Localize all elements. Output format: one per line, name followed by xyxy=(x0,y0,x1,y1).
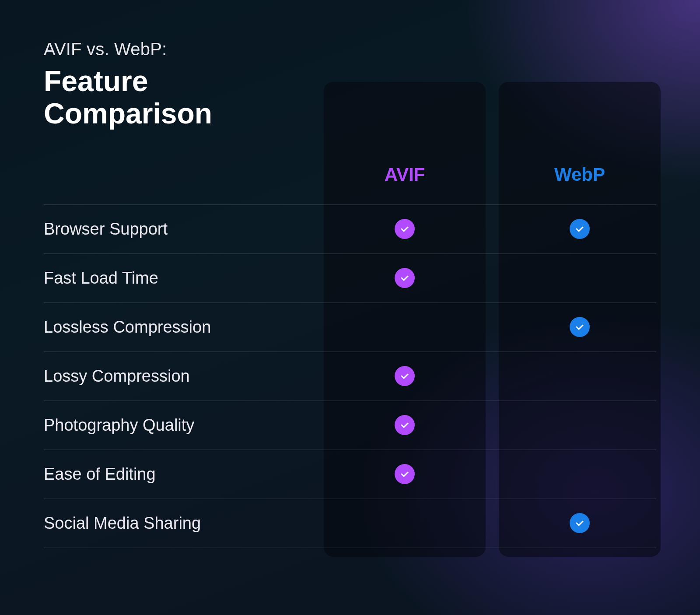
feature-label: Social Media Sharing xyxy=(44,499,324,548)
check-icon-avif xyxy=(395,366,415,386)
check-icon-webp xyxy=(570,317,590,337)
table-row: Browser Support xyxy=(44,205,656,254)
comparison-page: AVIF vs. WebP: Feature Comparison AVIF W… xyxy=(0,0,700,574)
table-row: Photography Quality xyxy=(44,401,656,450)
feature-label: Browser Support xyxy=(44,205,324,253)
check-icon-avif xyxy=(395,464,415,484)
cell-avif xyxy=(324,366,486,386)
check-icon-webp xyxy=(570,219,590,239)
column-header-webp: WebP xyxy=(499,143,661,204)
check-icon-avif xyxy=(395,415,415,435)
feature-label: Ease of Editing xyxy=(44,450,324,499)
feature-label: Lossy Compression xyxy=(44,352,324,401)
table-row: Lossy Compression xyxy=(44,352,656,401)
page-title: Feature Comparison xyxy=(44,65,271,130)
cell-avif xyxy=(324,268,486,288)
feature-label: Lossless Compression xyxy=(44,303,324,351)
table-header-row: AVIF WebP xyxy=(44,143,656,205)
cell-webp xyxy=(499,317,661,337)
page-subtitle: AVIF vs. WebP: xyxy=(44,39,656,59)
table-row: Ease of Editing xyxy=(44,450,656,499)
cell-webp xyxy=(499,219,661,239)
check-icon-avif xyxy=(395,219,415,239)
comparison-table: AVIF WebP Browser SupportFast Load TimeL… xyxy=(44,143,656,548)
heading-block: AVIF vs. WebP: Feature Comparison xyxy=(44,39,656,130)
cell-avif xyxy=(324,464,486,484)
feature-label: Photography Quality xyxy=(44,401,324,450)
feature-label: Fast Load Time xyxy=(44,254,324,302)
table-row: Social Media Sharing xyxy=(44,499,656,548)
avif-label: AVIF xyxy=(385,164,425,185)
webp-label: WebP xyxy=(554,164,605,185)
table-row: Lossless Compression xyxy=(44,303,656,352)
cell-avif xyxy=(324,415,486,435)
check-icon-avif xyxy=(395,268,415,288)
column-header-avif: AVIF xyxy=(324,143,486,204)
check-icon-webp xyxy=(570,513,590,533)
cell-avif xyxy=(324,219,486,239)
cell-webp xyxy=(499,513,661,533)
table-row: Fast Load Time xyxy=(44,254,656,303)
